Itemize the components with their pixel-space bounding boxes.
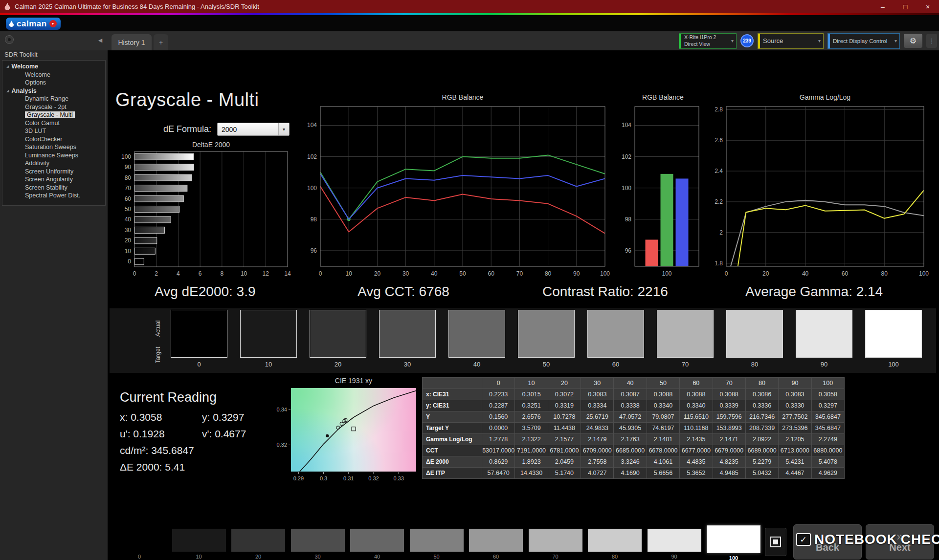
sidebar-collapse-button[interactable]: ◀ <box>96 36 105 44</box>
grayscale-swatch-60: 60 <box>587 310 644 368</box>
svg-text:96: 96 <box>311 247 317 254</box>
sidebar-item-color-gamut[interactable]: Color Gamut <box>2 119 105 128</box>
pattern-swatch-50[interactable]: 50 <box>410 529 464 560</box>
sidebar-item-additivity[interactable]: Additivity <box>2 159 105 168</box>
tree-section-welcome[interactable]: ◢Welcome <box>2 63 105 71</box>
next-arrow-icon: » <box>896 531 903 542</box>
swatch-label: 60 <box>469 554 523 560</box>
minimize-button[interactable]: – <box>872 0 894 13</box>
sidebar-item-grayscale-multi[interactable]: Grayscale - Multi <box>2 111 105 119</box>
pattern-swatch-0[interactable]: 0 <box>112 529 166 560</box>
sidebar-item-spectral-power-dist[interactable]: Spectral Power Dist. <box>2 192 105 200</box>
svg-text:90: 90 <box>125 164 132 171</box>
avg-cct: Avg CCT: 6768 <box>358 284 449 300</box>
pattern-swatch-90[interactable]: 90 <box>648 529 701 560</box>
calman-droplet-icon <box>9 20 14 27</box>
swatch-label: 50 <box>518 361 575 368</box>
source-select[interactable]: Source ▾ <box>758 33 824 49</box>
svg-text:10: 10 <box>241 270 247 277</box>
pattern-swatch-70[interactable]: 70 <box>529 529 582 560</box>
gamma-line-chart: 1.822.22.42.62.8020406080100 <box>705 102 930 280</box>
swatch-color <box>172 529 226 552</box>
tab-history-1-label: History 1 <box>118 39 145 46</box>
meter-select[interactable]: X-Rite i1Pro 2 Direct View ▾ <box>679 33 737 49</box>
next-button[interactable]: » Next <box>866 524 934 560</box>
more-options-button[interactable]: ⋮ <box>926 34 937 48</box>
swatch-label: 60 <box>587 361 644 368</box>
maximize-button[interactable]: □ <box>894 0 917 13</box>
close-button[interactable]: × <box>917 0 939 13</box>
sidebar-item-options[interactable]: Options <box>2 79 105 87</box>
display-control-label: Direct Display Control <box>833 38 887 44</box>
deltae-chart-title: DeltaE 2000 <box>134 141 288 150</box>
reading-u: u': 0.1928 <box>120 428 202 440</box>
tree-expander-icon[interactable]: ◢ <box>6 65 9 68</box>
sidebar-item-label: Grayscale - Multi <box>25 111 75 118</box>
table-row-x-cie31: x: CIE310.22330.30150.30720.30830.30870.… <box>423 389 845 400</box>
pattern-swatch-100[interactable]: 100 <box>707 529 760 560</box>
de-formula-select[interactable]: 2000 ▾ <box>217 123 290 136</box>
rgb-balance-bars-title: RGB Balance <box>622 93 704 102</box>
sidebar-item-saturation-sweeps[interactable]: Saturation Sweeps <box>2 143 105 151</box>
deltae-chart: DeltaE 2000 0246810121410090807060504030… <box>116 141 292 281</box>
svg-text:0: 0 <box>128 258 131 265</box>
pattern-swatch-40[interactable]: 40 <box>350 529 404 560</box>
table-header-row: 0102030405060708090100 <box>423 378 845 389</box>
swatch-color <box>865 310 922 358</box>
swatch-color <box>518 310 575 358</box>
page-navigation: « Back » Next <box>793 524 934 560</box>
pattern-swatch-20[interactable]: 20 <box>231 529 285 560</box>
window-controls: – □ × <box>872 0 939 13</box>
meter-accent <box>679 34 681 48</box>
sidebar-item-luminance-sweeps[interactable]: Luminance Sweeps <box>2 151 105 160</box>
tree-expander-icon[interactable]: ◢ <box>6 89 9 93</box>
sidebar-item-label: Grayscale - 2pt <box>25 104 67 110</box>
sidebar-item-screen-angularity[interactable]: Screen Angularity <box>2 175 105 184</box>
sidebar-item-grayscale-2pt[interactable]: Grayscale - 2pt <box>2 103 105 111</box>
reading-luminance: cd/m²: 345.6847 <box>120 442 246 459</box>
meter-count-badge[interactable]: 239 <box>740 34 754 47</box>
reading-cdm2: cd/m²: 345.6847 <box>120 445 202 456</box>
sidebar-item-colorchecker[interactable]: ColorChecker <box>2 135 105 144</box>
settings-gear-button[interactable]: ⚙ <box>904 34 922 48</box>
swatch-color <box>469 529 523 552</box>
svg-text:0.32: 0.32 <box>277 442 287 448</box>
grayscale-swatch-10: 10 <box>240 310 297 368</box>
pattern-swatch-60[interactable]: 60 <box>469 529 523 560</box>
measurement-table-wrap: 0102030405060708090100x: CIE310.22330.30… <box>422 377 845 479</box>
tree-section-analysis[interactable]: ◢Analysis <box>2 87 105 95</box>
sidebar-item-dynamic-range[interactable]: Dynamic Range <box>2 95 105 103</box>
sidebar-item-screen-stability[interactable]: Screen Stability <box>2 184 105 192</box>
pattern-window-button[interactable] <box>765 528 786 556</box>
pattern-swatch-30[interactable]: 30 <box>291 529 345 560</box>
svg-text:12: 12 <box>263 270 269 277</box>
grayscale-swatch-70: 70 <box>657 310 714 368</box>
sidebar-item-label: Luminance Sweeps <box>25 152 78 159</box>
pattern-swatch-80[interactable]: 80 <box>588 529 642 560</box>
reading-xy: x: 0.3058 y: 0.3297 <box>120 409 246 426</box>
back-button[interactable]: « Back <box>793 524 862 560</box>
contrast-ratio: Contrast Ratio: 2216 <box>542 284 668 300</box>
session-record-button[interactable] <box>5 35 14 44</box>
swatch-label: 0 <box>112 554 166 560</box>
sidebar-item-welcome[interactable]: Welcome <box>2 71 105 79</box>
chevron-down-icon: ▾ <box>278 123 289 135</box>
avg-de2000: Avg dE2000: 3.9 <box>155 284 256 300</box>
display-control-select[interactable]: Direct Display Control ▾ <box>827 33 900 49</box>
sidebar-item-3d-lut[interactable]: 3D LUT <box>2 127 105 135</box>
svg-text:6: 6 <box>199 270 202 277</box>
square-icon <box>770 537 781 547</box>
svg-text:20: 20 <box>374 270 381 277</box>
app-window: Calman 2025 Calman Ultimate for Business… <box>0 0 939 560</box>
calman-logo[interactable]: calman ▾ <box>6 18 61 30</box>
grayscale-swatch-50: 50 <box>518 310 575 368</box>
swatch-color <box>587 310 644 358</box>
sidebar: SDR Toolkit ◢WelcomeWelcomeOptions◢Analy… <box>0 50 108 560</box>
tab-add-button[interactable]: + <box>154 34 168 50</box>
grayscale-swatch-80: 80 <box>726 310 783 368</box>
table-row-target-y: Target Y0.00003.570911.443824.983345.930… <box>423 423 845 434</box>
pattern-swatch-10[interactable]: 10 <box>172 529 226 560</box>
sidebar-item-screen-uniformity[interactable]: Screen Uniformity <box>2 168 105 176</box>
tab-history-1[interactable]: History 1 <box>112 34 152 50</box>
logo-menu-button[interactable]: ▾ <box>49 20 57 27</box>
